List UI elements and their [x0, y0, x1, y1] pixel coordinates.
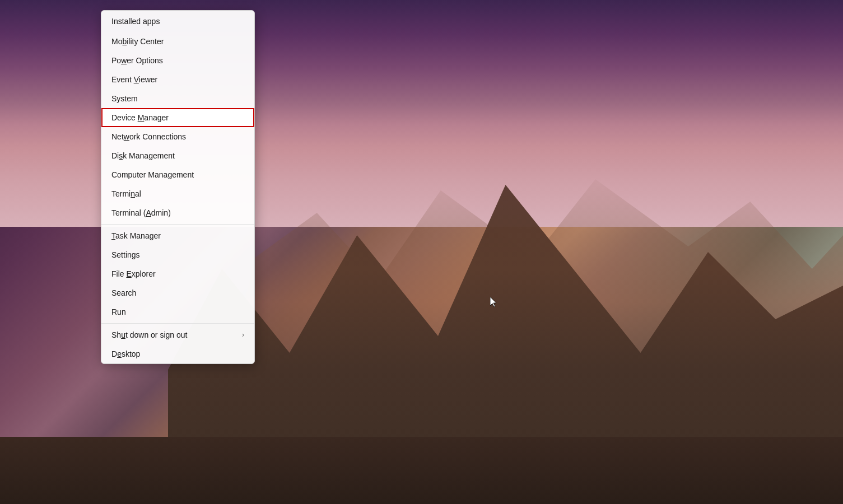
menu-item-terminal[interactable]: Terminal — [101, 184, 254, 203]
menu-item-power-options[interactable]: Power Options — [101, 51, 254, 70]
menu-item-task-manager[interactable]: Task Manager — [101, 226, 254, 245]
menu-item-computer-management[interactable]: Computer Management — [101, 165, 254, 184]
menu-item-event-viewer[interactable]: Event Viewer — [101, 70, 254, 89]
menu-item-installed-apps[interactable]: Installed apps — [101, 11, 254, 32]
menu-item-device-manager[interactable]: Device Manager — [101, 108, 254, 127]
menu-item-terminal-admin[interactable]: Terminal (Admin) — [101, 203, 254, 222]
submenu-arrow: › — [242, 331, 244, 339]
menu-item-search[interactable]: Search — [101, 283, 254, 302]
menu-item-settings[interactable]: Settings — [101, 245, 254, 264]
context-menu: Installed apps Mobility Center Power Opt… — [101, 10, 255, 364]
menu-item-mobility-center[interactable]: Mobility Center — [101, 32, 254, 51]
ground — [0, 437, 843, 504]
menu-item-network-connections[interactable]: Network Connections — [101, 127, 254, 146]
menu-item-system[interactable]: System — [101, 89, 254, 108]
menu-item-file-explorer[interactable]: File Explorer — [101, 264, 254, 283]
menu-divider-2 — [101, 323, 254, 324]
menu-item-run[interactable]: Run — [101, 302, 254, 321]
mouse-cursor — [490, 297, 497, 307]
menu-item-disk-management[interactable]: Disk Management — [101, 146, 254, 165]
menu-divider-1 — [101, 224, 254, 225]
menu-item-desktop[interactable]: Desktop — [101, 344, 254, 363]
menu-item-shutdown[interactable]: Shut down or sign out › — [101, 325, 254, 344]
